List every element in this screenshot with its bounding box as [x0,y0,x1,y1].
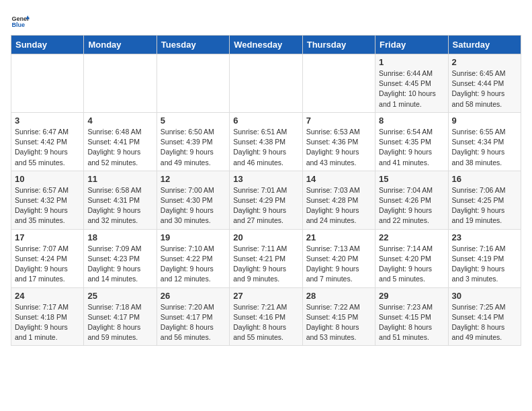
calendar-cell: 4Sunrise: 6:48 AM Sunset: 4:41 PM Daylig… [84,112,157,171]
day-info: Sunrise: 7:22 AM Sunset: 4:15 PM Dayligh… [306,302,371,343]
day-number: 10 [15,174,80,184]
day-number: 19 [161,232,226,242]
calendar-body: 1Sunrise: 6:44 AM Sunset: 4:45 PM Daylig… [11,54,521,346]
day-info: Sunrise: 7:20 AM Sunset: 4:17 PM Dayligh… [161,302,226,343]
day-number: 4 [87,116,152,126]
day-number: 28 [306,291,371,301]
day-number: 24 [15,291,80,301]
day-info: Sunrise: 6:57 AM Sunset: 4:32 PM Dayligh… [15,185,80,226]
svg-text:Blue: Blue [11,21,25,28]
calendar-cell: 3Sunrise: 6:47 AM Sunset: 4:42 PM Daylig… [11,112,84,171]
day-info: Sunrise: 7:03 AM Sunset: 4:28 PM Dayligh… [306,185,371,226]
weekday-header-cell: Tuesday [157,36,229,54]
calendar-cell: 1Sunrise: 6:44 AM Sunset: 4:45 PM Daylig… [375,54,448,113]
weekday-header-cell: Monday [84,36,157,54]
day-info: Sunrise: 7:18 AM Sunset: 4:17 PM Dayligh… [87,302,152,343]
day-number: 3 [15,116,80,126]
calendar-week-row: 1Sunrise: 6:44 AM Sunset: 4:45 PM Daylig… [11,54,521,113]
day-number: 9 [452,116,517,126]
day-info: Sunrise: 6:48 AM Sunset: 4:41 PM Dayligh… [87,127,152,168]
calendar-cell: 2Sunrise: 6:45 AM Sunset: 4:44 PM Daylig… [448,54,521,113]
calendar-cell [11,54,84,113]
calendar-cell: 15Sunrise: 7:04 AM Sunset: 4:26 PM Dayli… [375,171,448,229]
day-info: Sunrise: 6:45 AM Sunset: 4:44 PM Dayligh… [452,68,517,109]
day-info: Sunrise: 7:01 AM Sunset: 4:29 PM Dayligh… [233,185,298,226]
calendar-cell: 11Sunrise: 6:58 AM Sunset: 4:31 PM Dayli… [84,171,157,229]
day-info: Sunrise: 6:58 AM Sunset: 4:31 PM Dayligh… [87,185,152,226]
day-number: 7 [306,116,371,126]
day-info: Sunrise: 6:47 AM Sunset: 4:42 PM Dayligh… [15,127,80,168]
day-info: Sunrise: 7:10 AM Sunset: 4:22 PM Dayligh… [161,244,226,285]
weekday-header-cell: Friday [375,36,448,54]
day-info: Sunrise: 7:04 AM Sunset: 4:26 PM Dayligh… [379,185,444,226]
calendar-cell: 20Sunrise: 7:11 AM Sunset: 4:21 PM Dayli… [230,229,302,287]
day-info: Sunrise: 6:51 AM Sunset: 4:38 PM Dayligh… [233,127,298,168]
calendar-cell [84,54,157,113]
day-info: Sunrise: 6:44 AM Sunset: 4:45 PM Dayligh… [379,68,444,109]
weekday-header-cell: Thursday [302,36,375,54]
day-number: 6 [233,116,298,126]
weekday-header-row: SundayMondayTuesdayWednesdayThursdayFrid… [11,36,521,54]
weekday-header-cell: Sunday [11,36,84,54]
day-info: Sunrise: 7:17 AM Sunset: 4:18 PM Dayligh… [15,302,80,343]
calendar-cell: 29Sunrise: 7:23 AM Sunset: 4:15 PM Dayli… [375,287,448,346]
calendar-cell: 5Sunrise: 6:50 AM Sunset: 4:39 PM Daylig… [157,112,229,171]
logo: General Blue [11,11,30,30]
calendar-cell: 28Sunrise: 7:22 AM Sunset: 4:15 PM Dayli… [302,287,375,346]
day-number: 1 [379,57,444,67]
calendar-cell: 10Sunrise: 6:57 AM Sunset: 4:32 PM Dayli… [11,171,84,229]
day-number: 8 [379,116,444,126]
calendar-cell: 8Sunrise: 6:54 AM Sunset: 4:35 PM Daylig… [375,112,448,171]
calendar-cell: 19Sunrise: 7:10 AM Sunset: 4:22 PM Dayli… [157,229,229,287]
calendar-cell: 27Sunrise: 7:21 AM Sunset: 4:16 PM Dayli… [230,287,302,346]
calendar-cell: 6Sunrise: 6:51 AM Sunset: 4:38 PM Daylig… [230,112,302,171]
day-number: 29 [379,291,444,301]
day-info: Sunrise: 7:00 AM Sunset: 4:30 PM Dayligh… [161,185,226,226]
calendar-week-row: 10Sunrise: 6:57 AM Sunset: 4:32 PM Dayli… [11,171,521,229]
calendar-week-row: 24Sunrise: 7:17 AM Sunset: 4:18 PM Dayli… [11,287,521,346]
calendar-cell: 21Sunrise: 7:13 AM Sunset: 4:20 PM Dayli… [302,229,375,287]
day-info: Sunrise: 6:54 AM Sunset: 4:35 PM Dayligh… [379,127,444,168]
day-number: 17 [15,232,80,242]
calendar-cell: 18Sunrise: 7:09 AM Sunset: 4:23 PM Dayli… [84,229,157,287]
day-number: 25 [87,291,152,301]
calendar-cell: 9Sunrise: 6:55 AM Sunset: 4:34 PM Daylig… [448,112,521,171]
day-number: 27 [233,291,298,301]
day-info: Sunrise: 7:16 AM Sunset: 4:19 PM Dayligh… [452,244,517,285]
day-number: 15 [379,174,444,184]
calendar-cell: 26Sunrise: 7:20 AM Sunset: 4:17 PM Dayli… [157,287,229,346]
day-info: Sunrise: 6:55 AM Sunset: 4:34 PM Dayligh… [452,127,517,168]
calendar-cell: 22Sunrise: 7:14 AM Sunset: 4:20 PM Dayli… [375,229,448,287]
day-info: Sunrise: 7:06 AM Sunset: 4:25 PM Dayligh… [452,185,517,226]
calendar-week-row: 3Sunrise: 6:47 AM Sunset: 4:42 PM Daylig… [11,112,521,171]
day-number: 16 [452,174,517,184]
weekday-header-cell: Wednesday [230,36,302,54]
day-info: Sunrise: 7:23 AM Sunset: 4:15 PM Dayligh… [379,302,444,343]
day-info: Sunrise: 7:09 AM Sunset: 4:23 PM Dayligh… [87,244,152,285]
day-number: 2 [452,57,517,67]
day-info: Sunrise: 7:25 AM Sunset: 4:14 PM Dayligh… [452,302,517,343]
weekday-header-cell: Saturday [448,36,521,54]
calendar-cell: 30Sunrise: 7:25 AM Sunset: 4:14 PM Dayli… [448,287,521,346]
day-info: Sunrise: 7:07 AM Sunset: 4:24 PM Dayligh… [15,244,80,285]
calendar-cell: 14Sunrise: 7:03 AM Sunset: 4:28 PM Dayli… [302,171,375,229]
calendar-cell [230,54,302,113]
calendar-cell: 25Sunrise: 7:18 AM Sunset: 4:17 PM Dayli… [84,287,157,346]
day-info: Sunrise: 7:14 AM Sunset: 4:20 PM Dayligh… [379,244,444,285]
day-info: Sunrise: 7:13 AM Sunset: 4:20 PM Dayligh… [306,244,371,285]
day-info: Sunrise: 6:53 AM Sunset: 4:36 PM Dayligh… [306,127,371,168]
calendar-cell: 13Sunrise: 7:01 AM Sunset: 4:29 PM Dayli… [230,171,302,229]
logo-icon: General Blue [11,11,30,30]
day-number: 22 [379,232,444,242]
calendar-week-row: 17Sunrise: 7:07 AM Sunset: 4:24 PM Dayli… [11,229,521,287]
calendar-cell: 23Sunrise: 7:16 AM Sunset: 4:19 PM Dayli… [448,229,521,287]
calendar-table: SundayMondayTuesdayWednesdayThursdayFrid… [11,35,521,346]
day-info: Sunrise: 7:21 AM Sunset: 4:16 PM Dayligh… [233,302,298,343]
day-number: 23 [452,232,517,242]
page-header: General Blue [11,11,521,30]
day-number: 26 [161,291,226,301]
calendar-cell: 7Sunrise: 6:53 AM Sunset: 4:36 PM Daylig… [302,112,375,171]
day-number: 12 [161,174,226,184]
calendar-cell [157,54,229,113]
calendar-cell [302,54,375,113]
